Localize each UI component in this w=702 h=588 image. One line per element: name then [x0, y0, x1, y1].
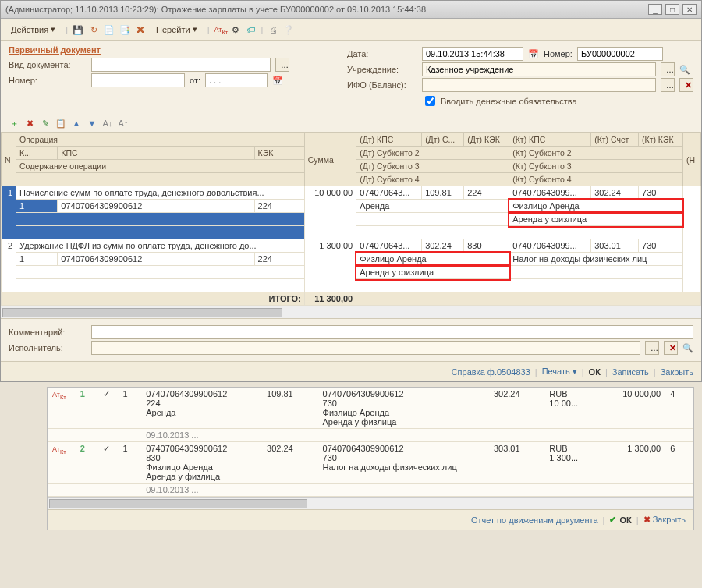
- col-ktsub4[interactable]: (Кт) Субконто 4: [509, 173, 683, 186]
- label-date: Дата:: [347, 49, 417, 58]
- executor-clear[interactable]: ✕: [664, 341, 678, 355]
- main-grid[interactable]: N Операция Сумма (Дт) КПС (Дт) С... (Дт)…: [1, 133, 701, 306]
- doc-type-input[interactable]: [91, 58, 271, 72]
- label-doc-type: Вид документа:: [9, 60, 87, 69]
- close-button[interactable]: ✕: [682, 4, 697, 15]
- section-title: Первичный документ: [9, 45, 332, 55]
- print-menu[interactable]: Печать ▾: [542, 367, 577, 377]
- close-icon: ✖: [644, 515, 651, 524]
- col-ktkek[interactable]: (Кт) КЭК: [639, 133, 683, 147]
- copy-doc-icon[interactable]: 📑: [119, 24, 130, 35]
- highlighted-cell: Физлицо Аренда: [509, 200, 683, 213]
- footer-toolbar: Справка ф.0504833 | Печать ▾ | ОК | Запи…: [1, 361, 701, 381]
- ok-button[interactable]: ОК: [589, 367, 601, 377]
- col-dts[interactable]: (Дт) С...: [422, 133, 464, 147]
- from-date-input[interactable]: [205, 73, 268, 87]
- table-row[interactable]: 1 Начисление сумм по оплате труда, денеж…: [2, 186, 701, 200]
- executor-input[interactable]: [91, 341, 640, 355]
- ifo-input[interactable]: [422, 78, 656, 92]
- movements-report-link[interactable]: Отчет по движениям документа: [471, 515, 598, 525]
- col-dtsub4[interactable]: (Дт) Субконто 4: [356, 173, 509, 186]
- dtkt-icon[interactable]: АтКт: [214, 24, 225, 35]
- highlighted-cell: Физлицо Аренда: [356, 253, 509, 266]
- org-select-btn[interactable]: …: [661, 62, 675, 76]
- docnum-input[interactable]: [577, 47, 663, 61]
- dtkt-icon: АтКт: [52, 389, 63, 400]
- obligations-checkbox[interactable]: [425, 96, 435, 106]
- col-k[interactable]: К...: [16, 147, 58, 160]
- org-open-icon[interactable]: 🔍: [679, 64, 690, 75]
- goto-menu[interactable]: Перейти ▾: [151, 22, 203, 37]
- actions-menu[interactable]: Действия ▾: [5, 22, 61, 37]
- number-input[interactable]: [91, 73, 185, 87]
- spravka-link[interactable]: Справка ф.0504833: [452, 367, 530, 377]
- col-dtkek[interactable]: (Дт) КЭК: [464, 133, 509, 147]
- edit-row-icon[interactable]: ✎: [40, 118, 51, 129]
- movement-row[interactable]: 09.10.2013 ...: [48, 484, 693, 497]
- calendar-icon[interactable]: 📅: [272, 75, 283, 86]
- label-num: Номер:: [544, 49, 573, 58]
- col-ktkps[interactable]: (Кт) КПС: [509, 133, 591, 147]
- col-dtsub2[interactable]: (Дт) Субконто 2: [356, 147, 509, 160]
- col-ktschet[interactable]: (Кт) Счет: [591, 133, 639, 147]
- scroll-thumb[interactable]: [49, 499, 307, 508]
- dtkt-icon: АтКт: [52, 444, 63, 455]
- col-kps[interactable]: КПС: [58, 147, 254, 160]
- col-n[interactable]: N: [2, 133, 16, 186]
- col-ktsub3[interactable]: (Кт) Субконто 3: [509, 160, 683, 173]
- movements-window: АтКт 1 ✓ 1 07407064309900612 224 Аренда …: [47, 387, 694, 530]
- grid-toolbar: ＋ ✖ ✎ 📋 ▲ ▼ A↓ A↑: [1, 115, 701, 133]
- sec-close-link[interactable]: ✖ Закрыть: [644, 515, 686, 525]
- close-link[interactable]: Закрыть: [661, 367, 693, 377]
- col-sum[interactable]: Сумма: [304, 133, 356, 186]
- delete-row-icon[interactable]: ✖: [24, 118, 35, 129]
- scroll-thumb[interactable]: [2, 308, 282, 317]
- col-dtkps[interactable]: (Дт) КПС: [356, 133, 422, 147]
- settings-icon[interactable]: ⚙: [230, 24, 241, 35]
- label-ifo: ИФО (Баланс):: [347, 80, 417, 90]
- refresh-icon[interactable]: ↻: [88, 24, 99, 35]
- date-input[interactable]: [422, 47, 523, 61]
- highlighted-cell: Аренда у физлица: [509, 213, 683, 226]
- sort-desc-icon[interactable]: A↑: [118, 118, 129, 129]
- org-input[interactable]: [422, 62, 656, 76]
- tag-icon[interactable]: 🏷: [246, 24, 257, 35]
- movement-row[interactable]: АтКт 2 ✓ 1 07407064309900612 830 Физлицо…: [48, 442, 693, 484]
- label-org: Учреждение:: [347, 65, 417, 74]
- save-button[interactable]: Записать: [612, 367, 649, 377]
- label-executor: Исполнитель:: [9, 343, 87, 352]
- ifo-clear-btn[interactable]: ✕: [679, 78, 693, 92]
- print-icon[interactable]: 🖨: [268, 24, 278, 35]
- comment-input[interactable]: [91, 325, 693, 339]
- down-icon[interactable]: ▼: [87, 118, 98, 129]
- col-last[interactable]: (Н: [682, 133, 700, 186]
- add-row-icon[interactable]: ＋: [9, 118, 20, 129]
- up-icon[interactable]: ▲: [71, 118, 82, 129]
- movement-row[interactable]: 09.10.2013 ...: [48, 429, 693, 442]
- col-kek[interactable]: КЭК: [254, 147, 304, 160]
- new-doc-icon[interactable]: 📄: [104, 24, 115, 35]
- obligations-checkbox-label[interactable]: Вводить денежные обязательства: [422, 94, 577, 108]
- executor-select[interactable]: …: [645, 341, 659, 355]
- executor-open-icon[interactable]: 🔍: [682, 342, 693, 353]
- copy-row-icon[interactable]: 📋: [55, 118, 66, 129]
- maximize-button[interactable]: □: [665, 4, 679, 15]
- save-icon[interactable]: 💾: [73, 24, 83, 35]
- ifo-select-btn[interactable]: …: [661, 78, 675, 92]
- movements-grid[interactable]: АтКт 1 ✓ 1 07407064309900612 224 Аренда …: [48, 388, 693, 497]
- sec-ok-button[interactable]: ✔ ОК: [609, 515, 631, 525]
- minimize-button[interactable]: _: [648, 4, 662, 15]
- del-doc-icon[interactable]: 🗙: [135, 24, 146, 35]
- movement-row[interactable]: АтКт 1 ✓ 1 07407064309900612 224 Аренда …: [48, 388, 693, 429]
- sort-asc-icon[interactable]: A↓: [102, 118, 113, 129]
- col-ktsub2[interactable]: (Кт) Субконто 2: [509, 147, 683, 160]
- help-icon[interactable]: ❔: [283, 24, 294, 35]
- sec-scrollbar[interactable]: [48, 497, 693, 509]
- col-desc[interactable]: Содержание операции: [16, 160, 305, 173]
- table-row[interactable]: 2 Удержание НДФЛ из сумм по оплате труда…: [2, 239, 701, 253]
- calendar-icon2[interactable]: 📅: [528, 48, 539, 59]
- horizontal-scrollbar[interactable]: [1, 306, 701, 318]
- col-dtsub3[interactable]: (Дт) Субконто 3: [356, 160, 509, 173]
- doc-type-select[interactable]: …: [275, 58, 289, 72]
- col-op[interactable]: Операция: [16, 133, 305, 147]
